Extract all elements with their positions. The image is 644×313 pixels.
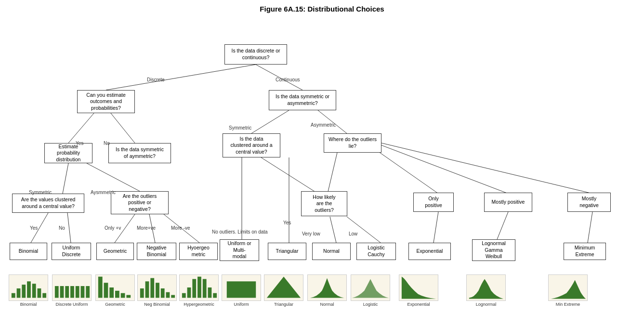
svg-rect-42 [115, 291, 119, 298]
label-very-low: Very low [302, 231, 320, 236]
node-clustered-q1: Is the data clustered around a central v… [223, 133, 280, 157]
connector-lines [0, 15, 644, 309]
dist-label-exponential: Exponential [399, 302, 438, 307]
dist-logistic [351, 274, 390, 301]
dist-label-normal: Normal [307, 302, 347, 307]
diagram-container: Is the data discrete or continuous? Can … [0, 15, 644, 309]
svg-rect-33 [60, 286, 64, 298]
label-no2: No [59, 225, 65, 231]
svg-rect-44 [126, 295, 131, 298]
svg-rect-36 [76, 286, 79, 298]
label-continuous: Continuous [276, 77, 300, 82]
node-logistic-cauchy: Logistic Cauchy [356, 243, 396, 260]
node-binomial: Binomial [10, 243, 47, 260]
svg-rect-26 [17, 288, 21, 298]
node-root: Is the data discrete or continuous? [224, 44, 287, 65]
label-more-pve: More+ve [137, 225, 156, 231]
node-outliers-q2: Are the outliers positive or negative? [111, 191, 169, 214]
svg-rect-32 [55, 286, 59, 298]
svg-rect-28 [27, 281, 31, 298]
svg-rect-54 [192, 279, 196, 298]
svg-line-0 [106, 65, 256, 90]
svg-rect-35 [70, 286, 74, 298]
node-hypergeometric: Hyoergeo metric [179, 243, 218, 260]
dist-uniform [222, 274, 261, 301]
dist-label-binomial: Binomial [9, 302, 48, 307]
dist-hypergeometric [179, 274, 219, 301]
svg-line-21 [434, 212, 438, 243]
svg-rect-30 [38, 288, 41, 298]
svg-line-14 [261, 157, 318, 194]
svg-rect-27 [22, 285, 26, 298]
label-yes3: Yes [283, 220, 291, 225]
label-aysmmetric2: Aysmmetric [91, 190, 116, 195]
node-exponential: Exponential [408, 243, 451, 260]
dist-geometric [95, 274, 135, 301]
svg-rect-50 [166, 292, 170, 298]
svg-rect-37 [81, 286, 85, 298]
svg-rect-40 [104, 283, 108, 298]
label-asymmetric1: Asymmetric [311, 122, 336, 128]
svg-line-9 [67, 213, 71, 243]
node-estimate-prob: Estimate probability distribution [44, 143, 92, 163]
dist-normal [307, 274, 347, 301]
label-symmetric1: Symmetric [229, 125, 251, 130]
dist-label-triangular: Triangular [264, 302, 303, 307]
svg-rect-29 [32, 284, 36, 298]
node-lognormal: Lognormal Gamma Weibull [472, 239, 515, 261]
svg-line-4 [251, 110, 289, 133]
node-discrete-q: Can you estimate outcomes and probabilit… [77, 90, 135, 113]
svg-rect-39 [98, 277, 103, 298]
svg-rect-25 [12, 293, 15, 298]
dist-label-hypergeometric: Hypergeometric [179, 302, 219, 307]
dist-label-uniform: Uniform [222, 302, 261, 307]
dist-label-lognormal: Lognormal [466, 302, 506, 307]
dist-discrete-uniform [52, 274, 92, 301]
node-clustered-q2: Are the values clustered around a centra… [12, 194, 84, 213]
svg-rect-41 [109, 287, 114, 298]
node-symmetric-q1: Is the data symmetric or asymmetrric? [269, 90, 336, 110]
node-triangular: Triangular [268, 243, 306, 260]
svg-rect-45 [140, 288, 144, 298]
dist-min-extreme [548, 274, 588, 301]
svg-rect-46 [145, 281, 149, 298]
svg-rect-34 [65, 286, 69, 298]
node-likely-outliers: How likely are the outliers? [301, 191, 347, 216]
svg-rect-47 [150, 278, 154, 298]
svg-rect-52 [182, 293, 186, 298]
node-symmetric-q2: Is the data symmetric of aymmetric? [108, 143, 171, 163]
svg-rect-51 [171, 295, 175, 298]
node-normal: Normal [312, 243, 351, 260]
dist-triangular [264, 274, 303, 301]
svg-rect-31 [42, 293, 46, 298]
svg-line-3 [111, 113, 135, 143]
node-uniform-discrete: Uniform Discrete [52, 243, 91, 260]
node-mostly-positive: Mostly positive [484, 193, 532, 212]
svg-line-22 [497, 212, 508, 239]
node-outliers-q1: Where do the outliers lie? [324, 133, 381, 153]
svg-line-7 [87, 163, 140, 191]
svg-line-5 [318, 110, 347, 133]
label-symmetric2: Symmetric [29, 190, 52, 195]
node-mostly-negative: Mostly negative [567, 193, 611, 212]
node-neg-binomial: Negative Binomial [137, 243, 176, 260]
svg-line-23 [588, 212, 592, 243]
label-low: Low [349, 231, 357, 236]
svg-line-16 [347, 217, 381, 243]
node-only-positive: Only positive [413, 193, 454, 212]
svg-line-15 [330, 217, 336, 243]
dist-label-discrete-uniform: Discrete Uniform [52, 302, 92, 307]
svg-rect-43 [121, 293, 125, 298]
label-discrete: Discrete [147, 77, 165, 82]
svg-line-2 [68, 113, 94, 143]
svg-rect-56 [203, 279, 207, 298]
svg-line-20 [381, 143, 592, 194]
label-yes1: Yes [76, 141, 83, 146]
svg-rect-38 [86, 286, 90, 298]
svg-rect-48 [156, 283, 159, 298]
dist-label-geometric: Geometric [95, 302, 135, 307]
node-geometric: Geometric [96, 243, 134, 260]
dist-lognormal [466, 274, 506, 301]
svg-marker-60 [267, 277, 301, 298]
node-min-extreme: Minimum Extreme [564, 243, 606, 260]
